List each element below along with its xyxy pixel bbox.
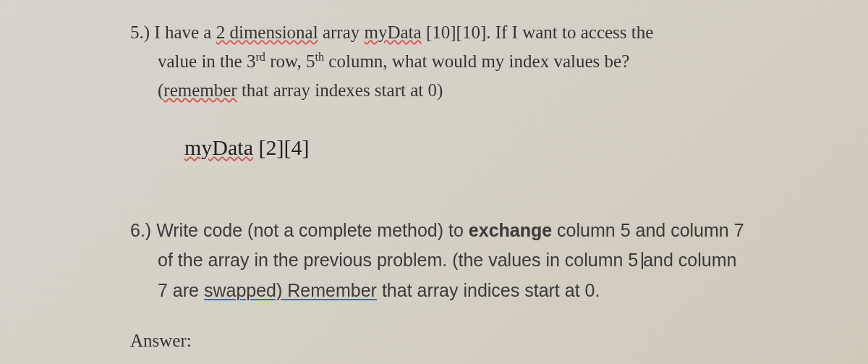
- q6-text-and-cursor: and: [643, 250, 673, 270]
- q6-line3: 7 are swapped) Remember that array indic…: [130, 276, 817, 305]
- q5-line2: value in the 3rd row, 5th column, what w…: [130, 47, 817, 76]
- q5-line1: 5.) I have a 2 dimensional array myData …: [130, 18, 817, 47]
- q5-text: row, 5: [265, 51, 315, 71]
- q5-answer-mydata: myData: [184, 135, 253, 159]
- q6-text: 7 are: [158, 280, 204, 300]
- q6-bold-exchange: exchange: [469, 220, 552, 240]
- q6-line1: 6.) Write code (not a complete method) t…: [130, 216, 817, 245]
- q6-text: column: [673, 250, 737, 270]
- q5-answer-indices: [2][4]: [253, 135, 309, 159]
- q5-text: value in the 3: [158, 51, 255, 71]
- question-5: 5.) I have a 2 dimensional array myData …: [130, 18, 817, 165]
- q5-text: column, what would my index values be?: [324, 51, 629, 71]
- q5-text: I have a: [154, 22, 216, 42]
- q5-superscript-th: th: [315, 51, 324, 64]
- q5-number: 5.): [130, 22, 150, 42]
- q5-text: array: [318, 22, 365, 42]
- question-6: 6.) Write code (not a complete method) t…: [130, 216, 817, 305]
- q5-answer: myData [2][4]: [130, 130, 817, 165]
- q5-text: that array indexes start at 0): [237, 80, 443, 100]
- q6-text: column 5 and column 7: [552, 220, 744, 240]
- q5-line3: (remember that array indexes start at 0): [130, 76, 817, 105]
- q5-underlined-remember: remember: [163, 80, 237, 100]
- q5-text: [10][10]. If I want to access the: [422, 22, 654, 42]
- q6-text: that array indices start at 0.: [377, 280, 600, 300]
- q5-underlined-mydata: myData: [365, 22, 422, 42]
- q6-line2: of the array in the previous problem. (t…: [130, 245, 817, 275]
- answer-label: Answer:: [130, 331, 817, 351]
- q6-text: of the array in the previous problem. (t…: [158, 250, 643, 270]
- q5-underlined-2dimensional: 2 dimensional: [216, 22, 318, 42]
- q6-number: 6.): [130, 220, 151, 240]
- q6-text: Write code (not a complete method) to: [151, 220, 469, 240]
- q5-superscript-rd: rd: [255, 51, 265, 64]
- q6-underlined-swapped-remember: swapped) Remember: [204, 280, 377, 300]
